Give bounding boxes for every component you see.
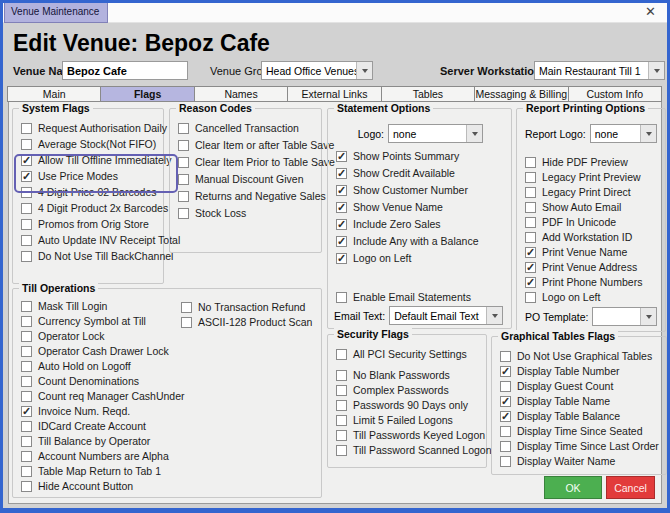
- chevron-down-icon[interactable]: [640, 308, 656, 325]
- checkbox-row[interactable]: Display Time Since Seated: [500, 425, 662, 437]
- checkbox-row[interactable]: Allow Till Offline Immediately: [21, 154, 159, 166]
- checkbox[interactable]: [525, 262, 536, 273]
- chevron-down-icon[interactable]: [466, 125, 482, 142]
- checkbox[interactable]: [21, 406, 32, 417]
- checkbox[interactable]: [21, 331, 32, 342]
- checkbox[interactable]: [500, 426, 511, 437]
- checkbox-row[interactable]: Returns and Negative Sales: [178, 190, 317, 202]
- checkbox-row[interactable]: Display Table Name: [500, 395, 662, 407]
- checkbox[interactable]: [181, 317, 192, 328]
- checkbox-row[interactable]: Add Workstation ID: [525, 231, 661, 243]
- tab-item[interactable]: Names: [194, 86, 288, 102]
- checkbox-row[interactable]: Passwords 90 Days only: [336, 399, 482, 411]
- checkbox-row[interactable]: Use Price Modes: [21, 170, 159, 182]
- checkbox[interactable]: [178, 208, 189, 219]
- checkbox-row[interactable]: Logo on Left: [336, 252, 507, 264]
- checkbox[interactable]: [500, 456, 511, 467]
- checkbox-row[interactable]: Invoice Num. Reqd.: [21, 405, 317, 417]
- cancel-button[interactable]: Cancel: [606, 476, 655, 499]
- checkbox-row[interactable]: Count req Manager CashUnder: [21, 390, 317, 402]
- checkbox-row[interactable]: 4 Digit Price 02 Barcodes: [21, 186, 159, 198]
- checkbox[interactable]: [178, 140, 189, 151]
- checkbox-row[interactable]: Clear Item or after Table Save: [178, 139, 317, 151]
- checkbox[interactable]: [21, 436, 32, 447]
- checkbox-row[interactable]: Do Not Use Till BackChannel: [21, 250, 159, 262]
- email-text-select[interactable]: Default Email Text: [389, 306, 503, 325]
- checkbox[interactable]: [21, 391, 32, 402]
- checkbox[interactable]: [178, 157, 189, 168]
- tab-item[interactable]: Tables: [381, 86, 475, 102]
- checkbox[interactable]: [181, 302, 192, 313]
- checkbox-row[interactable]: Clear Item Prior to Table Save: [178, 156, 317, 168]
- checkbox-row[interactable]: ASCII-128 Product Scan: [181, 316, 312, 328]
- checkbox-row[interactable]: Operator Lock: [21, 330, 317, 342]
- checkbox[interactable]: [21, 155, 32, 166]
- checkbox[interactable]: [336, 415, 347, 426]
- chevron-down-icon[interactable]: [356, 62, 372, 79]
- checkbox-row[interactable]: Auto Hold on Logoff: [21, 360, 317, 372]
- checkbox-row[interactable]: Show Credit Available: [336, 167, 507, 179]
- checkbox[interactable]: [525, 172, 536, 183]
- checkbox[interactable]: [21, 361, 32, 372]
- tab-item[interactable]: Flags: [100, 86, 194, 102]
- checkbox[interactable]: [21, 139, 32, 150]
- checkbox[interactable]: [525, 157, 536, 168]
- checkbox-row[interactable]: No Blank Passwords: [336, 369, 482, 381]
- checkbox[interactable]: [525, 232, 536, 243]
- checkbox-row[interactable]: Stock Loss: [178, 207, 317, 219]
- checkbox[interactable]: [336, 185, 347, 196]
- checkbox[interactable]: [178, 123, 189, 134]
- checkbox[interactable]: [336, 349, 347, 360]
- checkbox-row[interactable]: Include Any with a Balance: [336, 235, 507, 247]
- checkbox[interactable]: [336, 151, 347, 162]
- checkbox-row[interactable]: Limit 5 Failed Logons: [336, 414, 482, 426]
- checkbox[interactable]: [336, 236, 347, 247]
- checkbox-row[interactable]: Display Waiter Name: [500, 455, 662, 467]
- checkbox[interactable]: [525, 202, 536, 213]
- checkbox[interactable]: [336, 168, 347, 179]
- checkbox-row[interactable]: Print Phone Numbers: [525, 276, 661, 288]
- checkbox-row[interactable]: Display Guest Count: [500, 380, 662, 392]
- checkbox-row[interactable]: Promos from Orig Store: [21, 218, 159, 230]
- checkbox[interactable]: [21, 376, 32, 387]
- server-workstation-select[interactable]: Main Restaurant Till 1: [534, 61, 665, 80]
- checkbox[interactable]: [500, 396, 511, 407]
- checkbox[interactable]: [500, 351, 511, 362]
- checkbox-row[interactable]: Show Customer Number: [336, 184, 507, 196]
- checkbox[interactable]: [21, 171, 32, 182]
- checkbox[interactable]: [500, 381, 511, 392]
- checkbox[interactable]: [525, 187, 536, 198]
- checkbox-row[interactable]: Display Table Number: [500, 365, 662, 377]
- checkbox[interactable]: [21, 251, 32, 262]
- checkbox[interactable]: [21, 219, 32, 230]
- checkbox-row[interactable]: Request Authorisation Daily: [21, 122, 159, 134]
- checkbox-row[interactable]: Do Not Use Graphical Tables: [500, 350, 662, 362]
- checkbox-row[interactable]: Hide PDF Preview: [525, 156, 661, 168]
- checkbox[interactable]: [336, 445, 347, 456]
- ok-button[interactable]: OK: [544, 476, 602, 499]
- checkbox-row[interactable]: Till Passwords Keyed Logon: [336, 429, 482, 441]
- checkbox-row[interactable]: Show Auto Email: [525, 201, 661, 213]
- checkbox-row[interactable]: PDF In Unicode: [525, 216, 661, 228]
- checkbox[interactable]: [21, 187, 32, 198]
- close-icon[interactable]: ✕: [645, 4, 656, 19]
- checkbox[interactable]: [500, 366, 511, 377]
- chevron-down-icon[interactable]: [486, 307, 502, 324]
- checkbox[interactable]: [336, 385, 347, 396]
- checkbox[interactable]: [336, 253, 347, 264]
- checkbox[interactable]: [336, 292, 347, 303]
- checkbox[interactable]: [336, 202, 347, 213]
- checkbox[interactable]: [21, 466, 32, 477]
- checkbox[interactable]: [21, 203, 32, 214]
- tab-item[interactable]: Messaging & Billing: [474, 86, 568, 102]
- enable-email-statements-row[interactable]: Enable Email Statements: [336, 291, 507, 303]
- checkbox[interactable]: [21, 235, 32, 246]
- checkbox-row[interactable]: Count Denominations: [21, 375, 317, 387]
- checkbox[interactable]: [500, 441, 511, 452]
- checkbox[interactable]: [178, 174, 189, 185]
- checkbox[interactable]: [525, 277, 536, 288]
- checkbox-row[interactable]: Average Stock(Not FIFO): [21, 138, 159, 150]
- checkbox[interactable]: [21, 316, 32, 327]
- chevron-down-icon[interactable]: [648, 62, 664, 79]
- tab-item[interactable]: External Links: [287, 86, 381, 102]
